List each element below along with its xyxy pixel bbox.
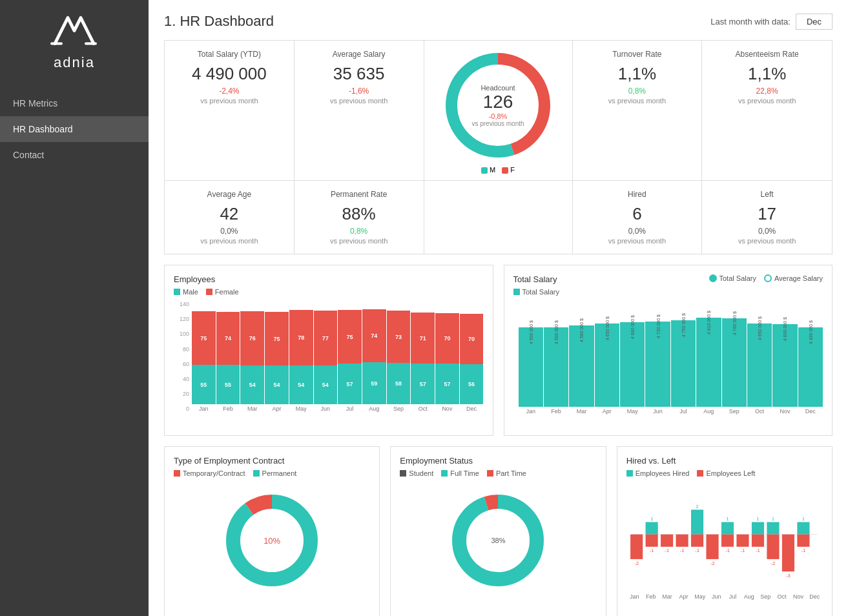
header-filter: Last month with data: Dec: [710, 14, 832, 30]
legend-temp-label: Temporary/Contract: [183, 469, 245, 477]
salary-chart-title: Total Salary: [513, 274, 559, 284]
kpi-headcount: Headcount 126 -0,8% vs previous month M …: [424, 41, 573, 180]
contract-chart: Type of Employment Contract Temporary/Co…: [164, 446, 380, 616]
headcount-value: 126: [471, 92, 524, 112]
kpi-total-salary: Total Salary (YTD) 4 490 000 -2,4% vs pr…: [165, 41, 295, 180]
headcount-donut-center: Headcount 126 -0,8% vs previous month: [471, 84, 524, 127]
emp-bar-group-sep: 7358: [387, 311, 411, 404]
kpi-perm-rate-value: 88%: [305, 204, 413, 224]
salary-bar-group-mar: 4 580 000 $: [569, 303, 594, 407]
hired-chart-svg: -21-1-1-12-1-21-1-11-11-2-31-1: [626, 482, 823, 592]
legend-male-sq: [174, 289, 180, 295]
legend-parttime-label: Part Time: [496, 469, 526, 477]
svg-text:-1: -1: [725, 548, 730, 554]
sidebar: adnia HR Metrics HR Dashboard Contact: [0, 0, 149, 616]
kpi-avg-salary-label: Average Salary: [305, 50, 413, 59]
svg-rect-23: [721, 522, 734, 535]
kpi-absenteeism-label: Absenteeism Rate: [712, 50, 822, 59]
month-badge[interactable]: Dec: [796, 14, 832, 30]
kpi-left: Left 17 0,0% vs previous month: [702, 181, 832, 254]
legend-temp: Temporary/Contract: [174, 469, 245, 477]
svg-rect-19: [691, 535, 703, 547]
kpi-turnover: Turnover Rate 1,1% 0,8% vs previous mont…: [573, 41, 703, 180]
legend-hired-sq: [626, 470, 633, 477]
hired-chart-area: -21-1-1-12-1-21-1-11-11-2-31-1 JanFebMar…: [626, 482, 823, 611]
svg-text:-2: -2: [710, 560, 714, 566]
emp-bar-group-may: 7854: [289, 310, 313, 404]
sidebar-item-hr-dashboard[interactable]: HR Dashboard: [0, 116, 149, 142]
logo: adnia: [48, 13, 100, 71]
svg-text:-3: -3: [786, 573, 791, 579]
headcount-donut: Headcount 126 -0,8% vs previous month: [440, 47, 556, 163]
emp-bar-group-dec: 7056: [460, 314, 484, 404]
sidebar-nav: HR Metrics HR Dashboard Contact: [0, 90, 149, 168]
kpi-left-change: 0,0%: [712, 227, 822, 236]
svg-text:1: 1: [650, 516, 653, 522]
hired-chart-title: Hired vs. Left: [626, 456, 823, 466]
kpi-avg-age-change: 0,0%: [175, 227, 284, 236]
emp-bar-group-mar: 7654: [240, 311, 264, 404]
status-donut-wrap: 38% 95%: [400, 482, 596, 599]
legend-female-sq: [206, 289, 212, 295]
kpi-turnover-sub: vs previous month: [583, 97, 692, 105]
kpi-absenteeism-value: 1,1%: [712, 64, 822, 84]
legend-parttime-sq: [487, 470, 493, 477]
svg-rect-39: [797, 522, 809, 535]
kpi-row-1: Total Salary (YTD) 4 490 000 -2,4% vs pr…: [164, 40, 832, 181]
status-inner-label: 38%: [491, 537, 505, 544]
emp-bar-group-feb: 7455: [216, 312, 240, 404]
kpi-hired-sub: vs previous month: [583, 237, 692, 245]
svg-text:-1: -1: [679, 548, 684, 554]
svg-rect-9: [645, 522, 657, 535]
kpi-total-salary-value: 4 490 000: [175, 64, 284, 84]
status-fulltime-pct: 95%: [490, 577, 506, 587]
kpi-spacer: [424, 181, 573, 254]
kpi-avg-salary: Average Salary 35 635 -1,6% vs previous …: [295, 41, 424, 180]
svg-text:-1: -1: [801, 548, 805, 554]
status-donut-center: 38%: [491, 537, 505, 544]
emp-bar-group-apr: 7554: [265, 312, 289, 404]
svg-text:1: 1: [801, 516, 804, 522]
salary-chart-header: Total Salary Total Salary Total Salary: [513, 274, 823, 301]
legend-student: Student: [400, 469, 433, 477]
radio-total-salary-circle: [709, 274, 717, 282]
salary-x-axis: JanFebMarAprMayJunJulAugSepOctNovDec: [519, 408, 823, 415]
emp-bar-group-jun: 7754: [314, 311, 338, 404]
kpi-perm-rate-change: 0,8%: [305, 227, 413, 236]
emp-x-axis: JanFebMarAprMayJunJulAugSepOctNovDec: [192, 406, 484, 412]
sidebar-item-contact[interactable]: Contact: [0, 142, 149, 168]
legend-perm-label: Permanent: [262, 469, 297, 477]
kpi-turnover-label: Turnover Rate: [583, 50, 692, 59]
emp-bar-group-nov: 7057: [435, 313, 459, 404]
salary-radio-group[interactable]: Total Salary Average Salary: [709, 274, 823, 282]
kpi-avg-age: Average Age 42 0,0% vs previous month: [165, 181, 295, 254]
svg-text:2: 2: [696, 504, 698, 509]
sidebar-item-hr-metrics[interactable]: HR Metrics: [0, 90, 149, 116]
kpi-avg-age-label: Average Age: [175, 190, 284, 199]
salary-bar-group-nov: 4 600 000 $: [772, 303, 797, 407]
bottom-charts-row: Type of Employment Contract Temporary/Co…: [164, 446, 832, 616]
svg-rect-33: [767, 522, 779, 535]
legend-total-salary: Total Salary: [513, 288, 559, 296]
hired-legend: Employees Hired Employees Left: [626, 469, 823, 477]
svg-rect-37: [782, 535, 794, 571]
svg-rect-13: [661, 535, 673, 547]
kpi-total-salary-change: -2,4%: [175, 87, 284, 96]
kpi-hired-value: 6: [583, 204, 692, 224]
legend-student-label: Student: [409, 469, 433, 477]
radio-avg-salary[interactable]: Average Salary: [764, 274, 823, 282]
kpi-turnover-value: 1,1%: [583, 64, 692, 84]
kpi-avg-salary-sub: vs previous month: [305, 97, 413, 105]
kpi-row-2: Average Age 42 0,0% vs previous month Pe…: [164, 181, 832, 254]
salary-chart-area: 4 500 000 $4 500 000 $4 580 000 $4 650 0…: [513, 303, 823, 426]
emp-y-axis: 140120100806040200: [174, 301, 191, 412]
legend-female-label: Female: [215, 288, 239, 296]
kpi-total-salary-sub: vs previous month: [175, 97, 284, 105]
legend-fulltime-label: Full Time: [450, 469, 479, 477]
kpi-hired: Hired 6 0,0% vs previous month: [573, 181, 703, 254]
kpi-avg-age-value: 42: [175, 204, 284, 224]
salary-bar-group-apr: 4 650 000 $: [595, 303, 619, 407]
radio-avg-salary-label: Average Salary: [774, 274, 823, 282]
radio-total-salary[interactable]: Total Salary: [709, 274, 756, 282]
contract-legend: Temporary/Contract Permanent: [174, 469, 370, 477]
